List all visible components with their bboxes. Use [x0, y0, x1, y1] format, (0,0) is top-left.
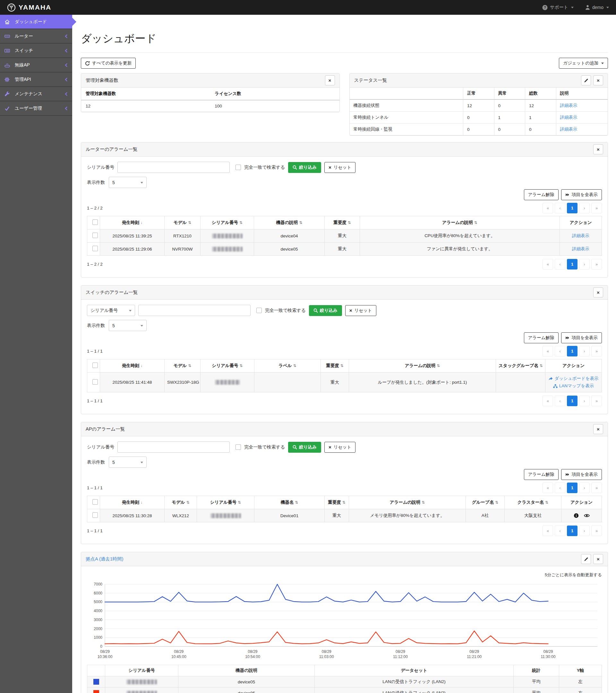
col-header-alarm[interactable]: アラームの説明⇅ [360, 216, 560, 230]
page-prev-button[interactable]: ‹ [555, 482, 565, 493]
page-last-button[interactable]: » [591, 259, 602, 270]
col-header-label[interactable]: ラベル⇅ [254, 359, 321, 373]
detail-link[interactable]: 詳細表示 [572, 246, 589, 251]
col-header-model[interactable]: モデル⇅ [164, 496, 197, 509]
sidebar-item-user-management[interactable]: ユーザー管理 [0, 101, 72, 116]
col-header-stack-group[interactable]: スタックグループ名⇅ [496, 359, 545, 373]
exact-match-checkbox[interactable] [236, 444, 241, 450]
edit-widget-button[interactable] [581, 554, 591, 564]
sidebar-item-switch[interactable]: スイッチ [0, 44, 72, 58]
row-checkbox[interactable] [93, 512, 98, 518]
page-1-button[interactable]: 1 [567, 203, 577, 213]
user-menu[interactable]: demo [585, 5, 609, 10]
show-all-columns-button[interactable]: 項目を全表示 [561, 332, 602, 343]
exact-match-checkbox[interactable] [236, 164, 241, 170]
page-next-button[interactable]: › [579, 396, 590, 406]
close-widget-button[interactable]: × [593, 75, 603, 85]
serial-search-input[interactable] [117, 441, 230, 453]
sidebar-item-maintenance[interactable]: メンテナンス [0, 87, 72, 101]
reset-button[interactable]: × リセット [324, 162, 356, 173]
show-dashboard-link[interactable]: ダッシュボードを表示 [548, 376, 598, 381]
site-widget-title-link[interactable]: 拠点A (過去1時間) [86, 556, 123, 562]
page-1-button[interactable]: 1 [567, 259, 577, 270]
select-all-checkbox[interactable] [93, 219, 98, 225]
clear-alarm-button[interactable]: アラーム解除 [524, 189, 559, 200]
page-size-select[interactable]: 5 [109, 177, 146, 188]
col-header-severity[interactable]: 重要度⇅ [325, 216, 360, 230]
page-next-button[interactable]: › [579, 203, 590, 213]
detail-link[interactable]: 詳細表示 [572, 233, 589, 238]
page-first-button[interactable]: « [542, 203, 553, 213]
col-header-group[interactable]: グループ名⇅ [466, 496, 505, 509]
page-prev-button[interactable]: ‹ [555, 203, 565, 213]
serial-search-input[interactable] [117, 162, 230, 173]
page-prev-button[interactable]: ‹ [555, 346, 565, 356]
reset-button[interactable]: × リセット [324, 442, 356, 453]
sidebar-item-wireless-ap[interactable]: 無線AP [0, 58, 72, 73]
close-widget-button[interactable]: × [593, 144, 603, 154]
page-1-button[interactable]: 1 [567, 346, 577, 356]
page-first-button[interactable]: « [542, 526, 553, 536]
detail-link[interactable]: 詳細表示 [560, 103, 577, 108]
col-header-alarm[interactable]: アラームの説明⇅ [349, 496, 466, 509]
page-next-button[interactable]: › [579, 259, 590, 270]
col-header-severity[interactable]: 重要度⇅ [325, 496, 349, 509]
close-widget-button[interactable]: × [593, 554, 603, 564]
col-header-serial[interactable]: シリアル番号⇅ [197, 496, 254, 509]
col-header-serial[interactable]: シリアル番号⇅ [200, 216, 254, 230]
page-last-button[interactable]: » [591, 203, 602, 213]
page-next-button[interactable]: › [579, 482, 590, 493]
sidebar-item-router[interactable]: ルーター [0, 29, 72, 44]
col-header-time[interactable]: 発生時刻↓ [100, 496, 164, 509]
page-first-button[interactable]: « [542, 482, 553, 493]
col-header-description[interactable]: 機器の説明⇅ [254, 216, 325, 230]
detail-link[interactable]: 詳細表示 [560, 127, 577, 132]
col-header-serial[interactable]: シリアル番号⇅ [200, 359, 254, 373]
page-next-button[interactable]: › [579, 346, 590, 356]
page-last-button[interactable]: » [591, 482, 602, 493]
page-1-button[interactable]: 1 [567, 396, 577, 406]
page-prev-button[interactable]: ‹ [555, 526, 565, 536]
select-all-checkbox[interactable] [93, 499, 98, 505]
sidebar-item-dashboard[interactable]: ダッシュボード [0, 15, 72, 29]
exact-match-checkbox[interactable] [256, 308, 262, 313]
col-header-time[interactable]: 発生時刻↓ [100, 359, 164, 373]
show-all-columns-button[interactable]: 項目を全表示 [561, 469, 602, 480]
clear-alarm-button[interactable]: アラーム解除 [524, 332, 559, 343]
edit-widget-button[interactable] [581, 75, 591, 85]
serial-search-input[interactable] [138, 305, 251, 316]
support-menu[interactable]: ? サポート [542, 4, 574, 10]
refresh-all-button[interactable]: すべての表示を更新 [81, 58, 136, 69]
page-last-button[interactable]: » [591, 346, 602, 356]
col-header-alarm[interactable]: アラームの説明⇅ [349, 359, 496, 373]
clear-alarm-button[interactable]: アラーム解除 [524, 469, 559, 480]
col-header-device-name[interactable]: 機器名⇅ [254, 496, 325, 509]
close-widget-button[interactable]: × [593, 288, 603, 297]
close-widget-button[interactable]: × [593, 424, 603, 434]
show-all-columns-button[interactable]: 項目を全表示 [561, 189, 602, 200]
add-gadget-button[interactable]: ガジェットの追加 [559, 58, 608, 69]
page-1-button[interactable]: 1 [567, 482, 577, 493]
col-header-model[interactable]: モデル⇅ [164, 359, 200, 373]
page-1-button[interactable]: 1 [567, 526, 577, 536]
yamaha-logo[interactable]: YAMAHA [7, 3, 51, 12]
reset-button[interactable]: × リセット [345, 305, 376, 316]
page-prev-button[interactable]: ‹ [555, 396, 565, 406]
row-checkbox[interactable] [93, 233, 98, 238]
page-size-select[interactable]: 5 [109, 457, 146, 468]
col-header-time[interactable]: 発生時刻↓ [100, 216, 164, 230]
sidebar-item-management-api[interactable]: 管理API [0, 73, 72, 87]
filter-button[interactable]: 絞り込み [288, 162, 321, 173]
info-icon[interactable] [574, 513, 579, 518]
detail-link[interactable]: 詳細表示 [560, 115, 577, 120]
col-header-cluster[interactable]: クラスター名⇅ [505, 496, 561, 509]
select-all-checkbox[interactable] [93, 362, 98, 368]
page-first-button[interactable]: « [542, 396, 553, 406]
page-next-button[interactable]: › [579, 526, 590, 536]
close-widget-button[interactable]: × [325, 75, 335, 85]
row-checkbox[interactable] [93, 379, 98, 385]
page-first-button[interactable]: « [542, 259, 553, 270]
eye-icon[interactable] [584, 513, 590, 518]
page-size-select[interactable]: 5 [109, 320, 146, 331]
search-field-select[interactable]: シリアル番号 [87, 305, 135, 316]
